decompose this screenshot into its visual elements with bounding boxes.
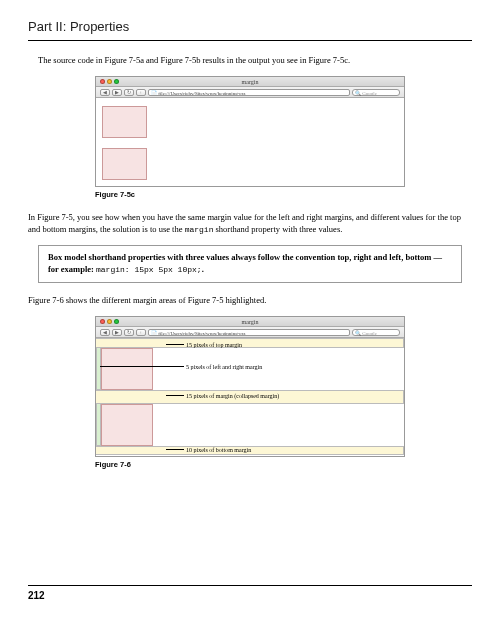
search-box-2: 🔍 Google	[352, 329, 400, 336]
close-icon	[100, 79, 105, 84]
reload-button: ↻	[124, 329, 134, 336]
demo-box-1	[102, 106, 147, 138]
code-example: margin: 15px 5px 10px;	[96, 265, 202, 274]
window-titlebar-2: margin	[96, 317, 404, 327]
zoom-icon	[114, 319, 119, 324]
window-titlebar: margin	[96, 77, 404, 87]
url-bar: 📄 file:///Users/richy/Sites/wrox/beginni…	[148, 89, 350, 96]
viewport-7-6: 15 pixels of top margin 5 pixels of left…	[96, 338, 404, 456]
window-title-2: margin	[242, 319, 259, 325]
browser-toolbar: ◀ ▶ ↻ + 📄 file:///Users/richy/Sites/wrox…	[96, 87, 404, 98]
annotation-bottom: 10 pixels of bottom margin	[186, 446, 251, 454]
viewport-7-5c	[96, 98, 404, 186]
close-icon	[100, 319, 105, 324]
figure-caption-7-6: Figure 7-6	[95, 460, 405, 470]
tip-callout: Box model shorthand properties with thre…	[38, 245, 462, 282]
reload-button: ↻	[124, 89, 134, 96]
minimize-icon	[107, 79, 112, 84]
nav-forward-button: ▶	[112, 329, 122, 336]
section-header: Part II: Properties	[28, 18, 472, 41]
code-margin: margin	[185, 225, 214, 234]
nav-back-button: ◀	[100, 89, 110, 96]
figure-7-5c: margin ◀ ▶ ↻ + 📄 file:///Users/richy/Sit…	[95, 76, 405, 200]
browser-toolbar-2: ◀ ▶ ↻ + 📄 file:///Users/richy/Sites/wrox…	[96, 327, 404, 338]
demo-box-2	[102, 148, 147, 180]
minimize-icon	[107, 319, 112, 324]
annotation-top: 15 pixels of top margin	[186, 341, 242, 349]
nav-back-button: ◀	[100, 329, 110, 336]
url-bar-2: 📄 file:///Users/richy/Sites/wrox/beginni…	[148, 329, 350, 336]
page-number: 212	[28, 585, 472, 603]
paragraph-7-6-intro: Figure 7-6 shows the different margin ar…	[28, 295, 472, 306]
paragraph-explain: In Figure 7-5, you see how when you have…	[28, 212, 472, 235]
window-title: margin	[242, 79, 259, 85]
demo-box-b	[101, 404, 153, 446]
demo-box-a	[101, 348, 153, 390]
figure-7-6: margin ◀ ▶ ↻ + 📄 file:///Users/richy/Sit…	[95, 316, 405, 470]
zoom-icon	[114, 79, 119, 84]
annotation-side: 5 pixels of left and right margin	[186, 363, 262, 371]
search-box: 🔍 Google	[352, 89, 400, 96]
add-button: +	[136, 329, 146, 336]
add-button: +	[136, 89, 146, 96]
figure-caption-7-5c: Figure 7-5c	[95, 190, 405, 200]
top-margin-band	[96, 338, 404, 348]
nav-forward-button: ▶	[112, 89, 122, 96]
annotation-middle: 15 pixels of margin (collapsed margin)	[186, 392, 279, 400]
paragraph-intro: The source code in Figure 7-5a and Figur…	[38, 55, 472, 66]
